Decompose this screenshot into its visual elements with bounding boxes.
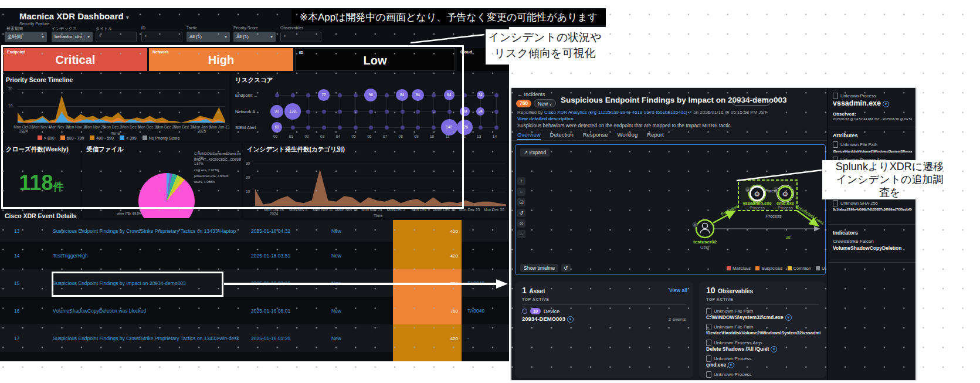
filter-label-index: インデックス xyxy=(52,26,77,32)
filter-input-id[interactable]: * xyxy=(141,32,182,42)
tab-report[interactable]: Report xyxy=(647,130,664,140)
attribute-type-row: Unknown File Path xyxy=(833,141,912,148)
attributes-label: Attributes xyxy=(833,133,912,138)
org-link[interactable]: Cisco XDR Analytics (org-112251a9-894c-4… xyxy=(544,110,687,115)
cell-time: 2025-01-16 08:16 xyxy=(251,280,290,286)
chevron-down-icon: ▾ xyxy=(42,32,44,42)
sha-value[interactable]: 8c1fabcc2196e4d096b7d155837c5f699ad7f55e… xyxy=(833,206,912,212)
device-name[interactable]: 20934-DEMO003∨ xyxy=(522,316,574,323)
chevron-down-icon[interactable]: ∨ xyxy=(771,346,777,353)
observable-type: Unknown Process Args xyxy=(714,340,762,345)
observables-card-header: 10 Observables xyxy=(706,285,753,296)
observable-value: cmd.exe xyxy=(706,362,726,368)
attribute-type: Unknown File Path xyxy=(840,142,877,147)
show-timeline-label: Show timeline xyxy=(524,265,555,271)
process-node-name: cmd.exe xyxy=(776,201,794,206)
cell-status: New xyxy=(331,335,341,341)
attribute-value-text: \Device\HarddiskVolume2\Windows\System32… xyxy=(833,150,912,153)
xdr-incident-window: ← Incidents 780 New ∨ Suspicious Endpoin… xyxy=(510,87,917,381)
cell-id: 16 xyxy=(14,308,19,314)
tab-worklog[interactable]: Worklog xyxy=(618,130,638,140)
filter-label-tactic: Tactic xyxy=(186,26,197,30)
process-icon xyxy=(706,355,711,362)
workflow-progress-pill[interactable]: · · · · · · · · ·▪ xyxy=(732,98,771,106)
bubble-dot xyxy=(494,110,499,114)
divider xyxy=(828,262,915,263)
filter-input-observables[interactable]: * xyxy=(280,32,321,42)
legend-swatch xyxy=(788,266,792,270)
bubble[interactable]: 24 xyxy=(477,91,484,99)
cell-title-link[interactable]: VolumeShadowCopyDeletion was blocked xyxy=(53,308,246,314)
observable-type: Unknown File Path xyxy=(714,309,753,314)
filter-label-title: タイトル xyxy=(96,26,113,32)
observable-detail-drawer: Unknown Process vssadmin.exe∨ Observed: … xyxy=(827,88,915,380)
divider xyxy=(522,304,686,305)
chevron-down-icon: ▾ xyxy=(270,32,273,42)
relations-graph[interactable]: Executed Connected From U testuser02 Use… xyxy=(516,145,825,274)
tab-detection[interactable]: Detection xyxy=(550,130,574,140)
dashboard-title[interactable]: Macnica XDR Dashboard ▾ xyxy=(19,11,129,21)
observable-item[interactable]: Unknown File Path \Device\HarddiskVolume… xyxy=(706,324,820,335)
cell-title-link[interactable]: Suspicious Endpoint Findings by CrowdStr… xyxy=(53,335,246,341)
filter-label-priority: Priority Score xyxy=(233,26,258,30)
verdict-legend-item: Suspicious xyxy=(755,266,782,271)
cell-status: New xyxy=(331,280,341,286)
connected-from-label: Connected From xyxy=(794,204,825,226)
back-arrow-icon: ← xyxy=(517,91,523,97)
filter-value: 全時間 xyxy=(8,34,22,39)
device-type-label: Device xyxy=(544,309,560,314)
cell-title-link[interactable]: TestTriggerHigh xyxy=(53,253,246,259)
incident-description: Suspicious behaviors were detected on th… xyxy=(517,123,732,128)
chevron-down-icon[interactable]: ∨ xyxy=(567,316,574,323)
cell-title-link[interactable]: Suspicious Endpoint Findings by CrowdStr… xyxy=(53,228,246,234)
score-value: 420 xyxy=(450,253,458,258)
verdict-legend-item: Common xyxy=(788,266,811,271)
divider xyxy=(828,127,915,127)
bubble[interactable]: 34 xyxy=(476,107,484,116)
external-link-icon: ↗ xyxy=(689,110,692,114)
filter-select-tactic[interactable]: All (1)▾ xyxy=(186,32,230,42)
screenshot-canvas: Macnica XDR Dashboard ▾ Security Posture… xyxy=(0,0,980,383)
observable-item[interactable]: Unknown Process Args Delete Shadows /All… xyxy=(706,340,820,353)
score-value: 760 xyxy=(450,308,458,313)
tab-overview[interactable]: Overview xyxy=(517,130,541,140)
table-row[interactable]: 16 VolumeShadowCopyDeletion was blocked … xyxy=(0,297,509,324)
legend-label: Malicious xyxy=(733,266,751,271)
table-row[interactable]: 17 Suspicious Endpoint Findings by Crowd… xyxy=(0,324,509,352)
annotation-line: インシデントの追加調 xyxy=(822,173,957,186)
unknown-badge-letter: U xyxy=(747,188,749,192)
observable-item[interactable]: Unknown File Path C:\WINDOWS\system32\cm… xyxy=(706,308,820,321)
tab-response[interactable]: Response xyxy=(583,130,608,140)
observable-item[interactable]: Unknown Process vssadmin.exe∨ xyxy=(706,371,820,378)
history-icon-button[interactable]: ↺ xyxy=(561,264,571,272)
cell-time: 2025-01-16 08:01 xyxy=(251,308,290,314)
parent-edge-label: Parent xyxy=(765,189,778,193)
observable-item[interactable]: Unknown Process cmd.exe∨ xyxy=(706,355,820,368)
executed-label: Executed xyxy=(720,204,739,217)
show-timeline-button[interactable]: Show timeline xyxy=(520,264,558,272)
observables-card: 10 Observables TOP ACTIVE Unknown File P… xyxy=(699,282,826,378)
filter-select-period[interactable]: 全時間▾ xyxy=(5,32,47,42)
table-row[interactable] xyxy=(0,352,509,361)
process-node-type: Process xyxy=(778,206,793,210)
score-bar: 420 xyxy=(393,220,462,242)
filter-input-title[interactable]: * xyxy=(96,32,137,42)
back-to-incidents[interactable]: ← Incidents xyxy=(517,91,545,97)
table-row[interactable]: 14 TestTriggerHigh 2025-01-18 03:51 New … xyxy=(0,242,509,269)
chevron-down-icon[interactable]: ∨ xyxy=(785,314,792,321)
filter-select-priority[interactable]: All (1)▾ xyxy=(233,32,276,42)
gear-icon: ⚙ xyxy=(754,190,761,198)
risk-badge: 10 xyxy=(530,308,541,314)
legend-swatch xyxy=(755,266,759,270)
cell-time: 2025-01-18 04:32 xyxy=(251,228,290,234)
score-bar: 780 xyxy=(393,269,462,297)
filter-select-index[interactable]: behavior, cim_mo... (9)▾ xyxy=(52,32,93,42)
user-node-name: testuser02 xyxy=(693,239,717,245)
view-description-link[interactable]: View detailed description xyxy=(517,116,574,121)
chevron-down-icon[interactable]: ∨ xyxy=(728,362,734,368)
view-all-link[interactable]: View all xyxy=(669,287,687,293)
table-row[interactable]: 13 Suspicious Endpoint Findings by Crowd… xyxy=(0,220,509,242)
attribute-value[interactable]: \Device\HarddiskVolume2\Windows\System32… xyxy=(833,148,912,154)
status-dropdown[interactable]: New ∨ xyxy=(534,99,556,107)
chevron-down-icon[interactable]: ∨ xyxy=(883,101,889,107)
